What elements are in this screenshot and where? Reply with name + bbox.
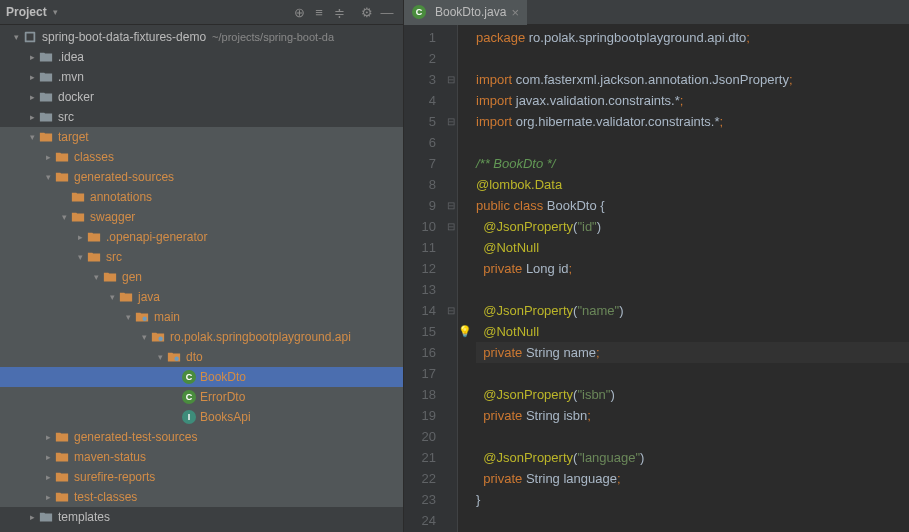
folder-swagger[interactable]: ▾swagger: [0, 207, 403, 227]
expand-icon[interactable]: ▸: [42, 472, 54, 482]
close-tab-icon[interactable]: ×: [511, 5, 519, 20]
expand-icon[interactable]: ▸: [74, 232, 86, 242]
expand-icon[interactable]: ▸: [26, 92, 38, 102]
intention-gutter[interactable]: 💡: [458, 25, 472, 532]
project-sidebar: Project ▾ ⊕ ≡ ≑ ⚙ — ▾spring-boot-data-fi…: [0, 0, 404, 532]
tree-label: .idea: [58, 50, 84, 64]
tree-label: maven-status: [74, 450, 146, 464]
tab-label: BookDto.java: [435, 5, 506, 19]
tree-label: target: [58, 130, 89, 144]
expand-icon[interactable]: ▸: [26, 512, 38, 522]
editor-panel: C BookDto.java × 12345678910111213141516…: [404, 0, 909, 532]
tree-label: .openapi-generator: [106, 230, 207, 244]
folder-test-classes[interactable]: ▸test-classes: [0, 487, 403, 507]
folder-target[interactable]: ▾target: [0, 127, 403, 147]
project-tree[interactable]: ▾spring-boot-data-fixtures-demo~/project…: [0, 25, 403, 532]
folder-openapi-generator[interactable]: ▸.openapi-generator: [0, 227, 403, 247]
tree-label: surefire-reports: [74, 470, 155, 484]
expand-icon[interactable]: ▸: [42, 492, 54, 502]
expand-icon[interactable]: ▾: [138, 332, 150, 342]
expand-icon[interactable]: ▾: [74, 252, 86, 262]
tree-label: test-classes: [74, 490, 137, 504]
sidebar-header: Project ▾ ⊕ ≡ ≑ ⚙ —: [0, 0, 403, 25]
folder-java[interactable]: ▾java: [0, 287, 403, 307]
expand-all-icon[interactable]: ≡: [309, 2, 329, 22]
tree-label: swagger: [90, 210, 135, 224]
folder-classes[interactable]: ▸classes: [0, 147, 403, 167]
folder-main[interactable]: ▾main: [0, 307, 403, 327]
tree-label: generated-test-sources: [74, 430, 197, 444]
tree-label: spring-boot-data-fixtures-demo: [42, 30, 206, 44]
collapse-all-icon[interactable]: ≑: [329, 2, 349, 22]
tree-label: generated-sources: [74, 170, 174, 184]
editor-tabs: C BookDto.java ×: [404, 0, 909, 25]
tree-path: ~/projects/spring-boot-da: [212, 31, 334, 43]
expand-icon[interactable]: ▾: [10, 32, 22, 42]
interface-booksapi[interactable]: IBooksApi: [0, 407, 403, 427]
folder-src[interactable]: ▸src: [0, 107, 403, 127]
tree-label: ErrorDto: [200, 390, 245, 404]
expand-icon[interactable]: ▸: [26, 112, 38, 122]
folder-idea[interactable]: ▸.idea: [0, 47, 403, 67]
expand-icon[interactable]: ▾: [154, 352, 166, 362]
dropdown-icon[interactable]: ▾: [53, 7, 58, 17]
class-icon: C: [412, 5, 426, 19]
expand-icon[interactable]: ▾: [58, 212, 70, 222]
expand-icon[interactable]: ▸: [42, 152, 54, 162]
tree-label: java: [138, 290, 160, 304]
expand-icon[interactable]: ▸: [26, 72, 38, 82]
folder-swagger-src[interactable]: ▾src: [0, 247, 403, 267]
tree-label: templates: [58, 510, 110, 524]
select-opened-file-icon[interactable]: ⊕: [289, 2, 309, 22]
svg-point-2: [142, 317, 146, 321]
code-content[interactable]: package ro.polak.springbootplayground.ap…: [472, 25, 909, 532]
hide-icon[interactable]: —: [377, 2, 397, 22]
tree-label: annotations: [90, 190, 152, 204]
tree-label: .mvn: [58, 70, 84, 84]
package-dto[interactable]: ▾dto: [0, 347, 403, 367]
class-bookdto[interactable]: CBookDto: [0, 367, 403, 387]
line-number-gutter: 123456789101112131415161718192021222324: [404, 25, 444, 532]
tree-label: docker: [58, 90, 94, 104]
tree-label: src: [106, 250, 122, 264]
sidebar-title[interactable]: Project: [6, 5, 47, 19]
folder-generated-test-sources[interactable]: ▸generated-test-sources: [0, 427, 403, 447]
tree-label: BookDto: [200, 370, 246, 384]
fold-gutter[interactable]: ⊟⊟⊟⊟⊟: [444, 25, 458, 532]
folder-docker[interactable]: ▸docker: [0, 87, 403, 107]
project-root[interactable]: ▾spring-boot-data-fixtures-demo~/project…: [0, 27, 403, 47]
tree-label: ro.polak.springbootplayground.api: [170, 330, 351, 344]
tab-bookdto[interactable]: C BookDto.java ×: [404, 0, 527, 25]
expand-icon[interactable]: ▾: [106, 292, 118, 302]
folder-generated-sources[interactable]: ▾generated-sources: [0, 167, 403, 187]
tree-label: src: [58, 110, 74, 124]
expand-icon[interactable]: ▾: [90, 272, 102, 282]
package-api[interactable]: ▾ro.polak.springbootplayground.api: [0, 327, 403, 347]
folder-gen[interactable]: ▾gen: [0, 267, 403, 287]
folder-maven-status[interactable]: ▸maven-status: [0, 447, 403, 467]
expand-icon[interactable]: ▸: [42, 432, 54, 442]
class-errordto[interactable]: CErrorDto: [0, 387, 403, 407]
expand-icon[interactable]: ▾: [42, 172, 54, 182]
expand-icon[interactable]: ▸: [42, 452, 54, 462]
expand-icon[interactable]: ▸: [26, 52, 38, 62]
tree-label: dto: [186, 350, 203, 364]
tree-label: BooksApi: [200, 410, 251, 424]
expand-icon[interactable]: ▾: [26, 132, 38, 142]
tree-label: gen: [122, 270, 142, 284]
expand-icon[interactable]: ▾: [122, 312, 134, 322]
svg-point-3: [158, 337, 162, 341]
svg-point-4: [174, 357, 178, 361]
folder-templates[interactable]: ▸templates: [0, 507, 403, 527]
settings-icon[interactable]: ⚙: [357, 2, 377, 22]
folder-surefire-reports[interactable]: ▸surefire-reports: [0, 467, 403, 487]
code-editor[interactable]: 123456789101112131415161718192021222324 …: [404, 25, 909, 532]
folder-mvn[interactable]: ▸.mvn: [0, 67, 403, 87]
svg-rect-1: [27, 34, 34, 41]
tree-label: main: [154, 310, 180, 324]
folder-annotations[interactable]: annotations: [0, 187, 403, 207]
tree-label: classes: [74, 150, 114, 164]
